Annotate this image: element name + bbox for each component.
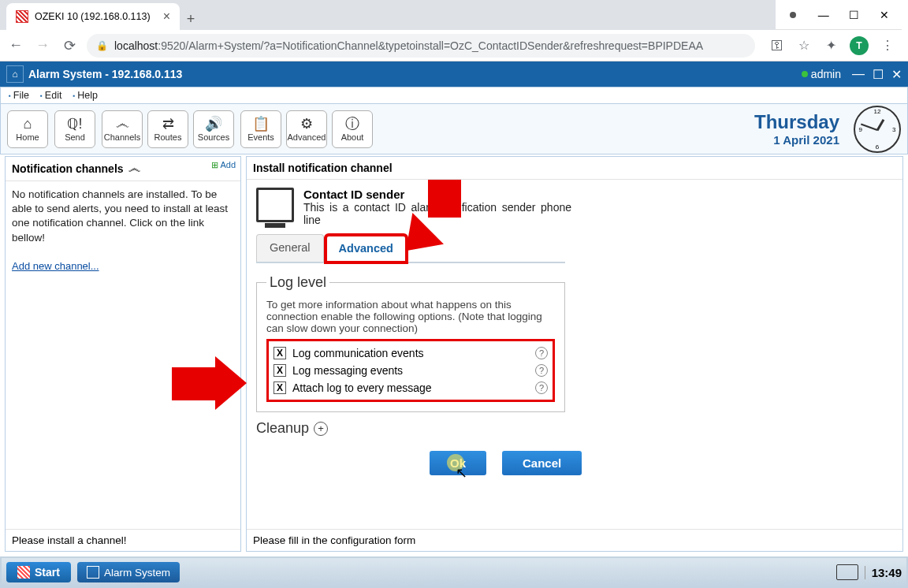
url-host: localhost — [114, 39, 158, 52]
tool-home-button[interactable]: ⌂Home — [7, 110, 48, 148]
app-icon — [87, 566, 99, 579]
menu-bar: File Edit Help — [0, 87, 908, 104]
checkbox-icon[interactable]: X — [274, 364, 286, 377]
help-icon[interactable]: ? — [535, 347, 548, 359]
app-icon: ⌂ — [6, 65, 24, 83]
nav-reload-button[interactable]: ⟳ — [60, 37, 79, 54]
tray-clock: 13:49 — [865, 566, 902, 579]
nav-forward-button[interactable]: → — [33, 37, 52, 54]
app-maximize-button[interactable]: ☐ — [873, 67, 884, 82]
menu-edit[interactable]: Edit — [35, 90, 66, 101]
task-alarm-system[interactable]: Alarm System — [77, 562, 180, 582]
cancel-button[interactable]: Cancel — [502, 451, 582, 475]
extensions-icon[interactable]: ✦ — [823, 38, 839, 54]
log-checks-highlight: X Log communication events ? X Log messa… — [266, 339, 555, 402]
date-block: Thursday 1 April 2021 — [754, 111, 844, 147]
check-communication[interactable]: X Log communication events ? — [274, 344, 548, 362]
address-bar[interactable]: 🔒 localhost:9520/Alarm+System/?a=Notific… — [87, 34, 755, 58]
sender-header: Contact ID sender This is a contact ID a… — [256, 188, 893, 226]
browser-toolbar: ← → ⟳ 🔒 localhost:9520/Alarm+System/?a=N… — [0, 30, 908, 61]
window-minimize-button[interactable]: — — [814, 6, 834, 24]
weekday-label: Thursday — [754, 111, 839, 133]
start-button[interactable]: Start — [6, 562, 71, 582]
profile-avatar[interactable]: T — [850, 36, 869, 55]
star-icon[interactable]: ☆ — [796, 38, 812, 54]
computer-icon — [256, 188, 294, 222]
routes-icon: ⇄ — [162, 117, 174, 131]
user-status-dot — [802, 71, 808, 77]
add-new-channel-link[interactable]: Add new channel... — [12, 260, 99, 272]
url-path: :9520/Alarm+System/?a=NotificationChanne… — [158, 39, 703, 52]
app-title: Alarm System - 192.168.0.113 — [28, 68, 182, 80]
send-icon: ℚ! — [67, 117, 82, 131]
add-link-top[interactable]: Add — [211, 160, 236, 170]
left-footer: Please install a channel! — [6, 529, 240, 551]
tool-send-button[interactable]: ℚ!Send — [54, 110, 95, 148]
main-area: Notification channels ෴ Add No notificat… — [5, 156, 903, 552]
tool-about-button[interactable]: ⓘAbout — [332, 110, 373, 148]
window-chrome: — ☐ ✕ — [0, 0, 908, 30]
app-title-bar: ⌂ Alarm System - 192.168.0.113 admin — ☐… — [0, 61, 908, 87]
right-panel: Install notification channel Contact ID … — [246, 156, 903, 552]
sources-icon: 🔊 — [205, 117, 222, 131]
home-icon: ⌂ — [24, 117, 32, 131]
start-icon — [17, 566, 30, 579]
tool-routes-button[interactable]: ⇄Routes — [147, 110, 188, 148]
tab-general[interactable]: General — [256, 234, 324, 262]
channels-icon: ෴ — [116, 117, 129, 131]
window-close-button[interactable]: ✕ — [875, 6, 895, 24]
checkbox-icon[interactable]: X — [274, 347, 286, 359]
tool-sources-button[interactable]: 🔊Sources — [193, 110, 234, 148]
key-icon[interactable]: ⚿ — [769, 38, 785, 54]
date-label: 1 April 2021 — [754, 133, 839, 147]
ok-button[interactable]: Ok — [430, 451, 486, 475]
menu-file[interactable]: File — [4, 90, 34, 101]
checkbox-icon[interactable]: X — [274, 381, 286, 394]
lock-icon: 🔒 — [96, 40, 108, 51]
analog-clock: 12 3 6 9 — [854, 106, 901, 153]
log-level-fieldset: Log level To get more information about … — [256, 274, 565, 412]
app-minimize-button[interactable]: — — [852, 67, 865, 82]
app-user[interactable]: admin — [811, 68, 841, 80]
check-attach-log[interactable]: X Attach log to every message ? — [274, 379, 548, 396]
tool-advanced-button[interactable]: ⚙Advanced — [286, 110, 327, 148]
toolbar: ⌂Home ℚ!Send ෴Channels ⇄Routes 🔊Sources … — [0, 104, 908, 154]
check-messaging[interactable]: X Log messaging events ? — [274, 362, 548, 379]
tool-channels-button[interactable]: ෴Channels — [102, 110, 143, 148]
events-icon: 📋 — [252, 117, 270, 131]
log-legend: Log level — [266, 274, 329, 291]
plus-icon[interactable]: + — [314, 422, 328, 436]
cleanup-section[interactable]: Cleanup + — [256, 420, 893, 437]
info-icon: ⓘ — [345, 117, 359, 131]
dialog-buttons: Ok ↖ Cancel — [430, 451, 893, 475]
menu-help[interactable]: Help — [68, 90, 102, 101]
window-maximize-button[interactable]: ☐ — [844, 6, 864, 24]
log-note: To get more information about what happe… — [266, 299, 555, 334]
help-icon[interactable]: ? — [535, 364, 548, 377]
taskbar: Start Alarm System 13:49 — [0, 556, 908, 588]
app-close-button[interactable]: ✕ — [891, 67, 902, 82]
help-icon[interactable]: ? — [535, 381, 548, 394]
nav-back-button[interactable]: ← — [6, 37, 25, 54]
left-panel: Notification channels ෴ Add No notificat… — [5, 156, 241, 552]
left-body-text: No notification channels are installed. … — [12, 188, 234, 245]
right-footer: Please fill in the configuration form — [247, 529, 902, 551]
left-panel-header: Notification channels ෴ — [6, 157, 240, 181]
tool-events-button[interactable]: 📋Events — [240, 110, 281, 148]
gear-icon: ⚙ — [300, 117, 313, 131]
system-tray: 13:49 — [836, 564, 902, 580]
right-panel-header: Install notification channel — [247, 157, 902, 180]
keyboard-icon[interactable] — [836, 564, 858, 580]
kebab-menu-icon[interactable]: ⋮ — [880, 38, 895, 54]
bell-icon: ෴ — [128, 162, 140, 176]
window-incognito-icon — [783, 6, 803, 24]
browser-action-icons: ⚿ ☆ ✦ T ⋮ — [763, 36, 902, 55]
